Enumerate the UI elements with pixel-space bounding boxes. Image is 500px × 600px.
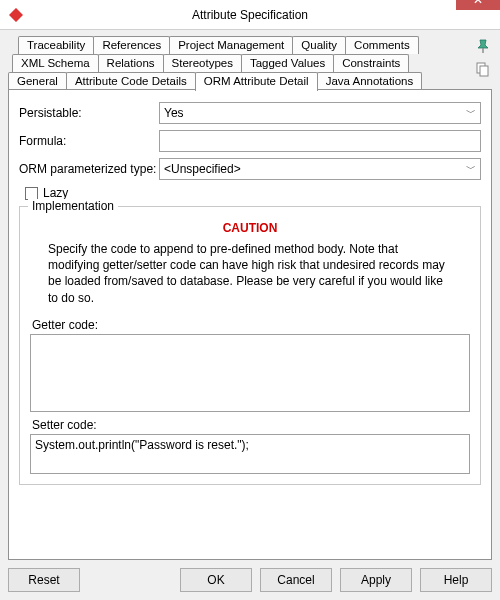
window-title: Attribute Specification bbox=[0, 8, 500, 22]
dialog-body: Traceability References Project Manageme… bbox=[0, 30, 500, 600]
pin-icon[interactable] bbox=[474, 38, 492, 56]
tab-orm-attribute-detail[interactable]: ORM Attribute Detail bbox=[195, 72, 318, 91]
tab-project-management[interactable]: Project Management bbox=[169, 36, 293, 54]
lazy-checkbox[interactable] bbox=[25, 187, 38, 200]
close-button[interactable]: ✕ bbox=[456, 0, 500, 10]
caution-text: Specify the code to append to pre-define… bbox=[30, 241, 470, 306]
setter-label: Setter code: bbox=[32, 418, 470, 432]
svg-rect-3 bbox=[480, 66, 488, 76]
formula-label: Formula: bbox=[19, 134, 159, 148]
orm-param-combo[interactable]: <Unspecified> ﹀ bbox=[159, 158, 481, 180]
app-icon bbox=[8, 7, 24, 23]
lazy-row: Lazy bbox=[25, 186, 481, 200]
orm-param-value: <Unspecified> bbox=[164, 162, 241, 176]
tab-stereotypes[interactable]: Stereotypes bbox=[163, 54, 242, 72]
apply-button[interactable]: Apply bbox=[340, 568, 412, 592]
implementation-group-title: Implementation bbox=[28, 199, 118, 213]
setter-code-input[interactable]: System.out.println("Password is reset.")… bbox=[30, 434, 470, 474]
getter-code-input[interactable] bbox=[30, 334, 470, 412]
tab-xml-schema[interactable]: XML Schema bbox=[12, 54, 99, 72]
persistable-row: Persistable: Yes ﹀ bbox=[19, 102, 481, 124]
titlebar: Attribute Specification ✕ bbox=[0, 0, 500, 30]
tab-references[interactable]: References bbox=[93, 36, 170, 54]
side-icons bbox=[474, 36, 492, 78]
tab-relations[interactable]: Relations bbox=[98, 54, 164, 72]
help-button[interactable]: Help bbox=[420, 568, 492, 592]
tab-traceability[interactable]: Traceability bbox=[18, 36, 94, 54]
tab-java-annotations[interactable]: Java Annotations bbox=[317, 72, 423, 90]
lazy-label: Lazy bbox=[43, 186, 68, 200]
persistable-combo[interactable]: Yes ﹀ bbox=[159, 102, 481, 124]
persistable-value: Yes bbox=[164, 106, 184, 120]
caution-heading: CAUTION bbox=[30, 221, 470, 235]
orm-param-label: ORM parameterized type: bbox=[19, 162, 159, 176]
cancel-button[interactable]: Cancel bbox=[260, 568, 332, 592]
tab-comments[interactable]: Comments bbox=[345, 36, 419, 54]
setter-value: System.out.println("Password is reset.")… bbox=[35, 438, 249, 452]
chevron-down-icon: ﹀ bbox=[466, 106, 476, 120]
copy-icon[interactable] bbox=[474, 60, 492, 78]
tab-tagged-values[interactable]: Tagged Values bbox=[241, 54, 334, 72]
close-icon: ✕ bbox=[473, 0, 483, 7]
reset-button[interactable]: Reset bbox=[8, 568, 80, 592]
button-bar: Reset OK Cancel Apply Help bbox=[8, 560, 492, 592]
svg-rect-1 bbox=[482, 48, 483, 53]
tab-general[interactable]: General bbox=[8, 72, 67, 90]
ok-button[interactable]: OK bbox=[180, 568, 252, 592]
tab-attribute-code-details[interactable]: Attribute Code Details bbox=[66, 72, 196, 90]
tab-stack: Traceability References Project Manageme… bbox=[8, 36, 470, 90]
formula-row: Formula: bbox=[19, 130, 481, 152]
tab-row-1: Traceability References Project Manageme… bbox=[18, 36, 470, 54]
implementation-group: Implementation CAUTION Specify the code … bbox=[19, 206, 481, 485]
persistable-label: Persistable: bbox=[19, 106, 159, 120]
tab-constraints[interactable]: Constraints bbox=[333, 54, 409, 72]
tab-row-2: XML Schema Relations Stereotypes Tagged … bbox=[12, 54, 470, 72]
svg-rect-0 bbox=[9, 8, 23, 22]
tab-content: + Persistable: Yes ﹀ Formula: ORM parame… bbox=[8, 89, 492, 560]
tab-quality[interactable]: Quality bbox=[292, 36, 346, 54]
getter-label: Getter code: bbox=[32, 318, 470, 332]
tab-area: Traceability References Project Manageme… bbox=[8, 36, 492, 90]
formula-input[interactable] bbox=[159, 130, 481, 152]
tab-row-3: General Attribute Code Details ORM Attri… bbox=[8, 72, 470, 90]
chevron-down-icon: ﹀ bbox=[466, 162, 476, 176]
orm-param-row: ORM parameterized type: <Unspecified> ﹀ bbox=[19, 158, 481, 180]
